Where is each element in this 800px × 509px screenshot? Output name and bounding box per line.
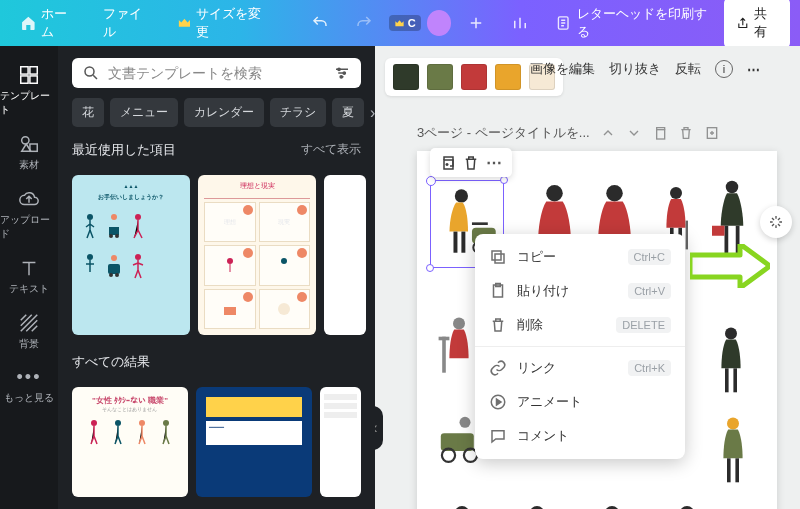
redo-icon bbox=[355, 14, 373, 32]
swatch-4[interactable] bbox=[495, 64, 521, 90]
illustration-person[interactable] bbox=[709, 411, 757, 496]
rail-elements[interactable]: 素材 bbox=[0, 125, 58, 180]
animate-icon bbox=[489, 393, 507, 411]
page-title-label[interactable]: 3ページ - ページタイトルを... bbox=[417, 124, 590, 142]
background-icon bbox=[18, 312, 40, 334]
more-options-button[interactable]: ⋯ bbox=[747, 62, 762, 77]
arrow-annotation bbox=[690, 244, 770, 288]
resize-button[interactable]: サイズを変更 bbox=[167, 0, 278, 47]
illustration-person[interactable] bbox=[662, 501, 712, 509]
add-page-icon[interactable] bbox=[704, 125, 720, 141]
duplicate-page-icon[interactable] bbox=[652, 125, 668, 141]
chip-row: 花 メニュー カレンダー チラシ 夏 › bbox=[72, 98, 361, 127]
print-letterhead-button[interactable]: レターヘッドを印刷する bbox=[545, 0, 718, 47]
plus-icon bbox=[467, 14, 485, 32]
delete-icon bbox=[489, 316, 507, 334]
svg-rect-49 bbox=[439, 337, 450, 341]
svg-point-39 bbox=[670, 187, 682, 199]
svg-point-30 bbox=[163, 420, 169, 426]
trash-icon[interactable] bbox=[462, 154, 480, 172]
edit-image-button[interactable]: 画像を編集 bbox=[530, 60, 595, 78]
context-menu: コピー Ctrl+C 貼り付け Ctrl+V 削除 DELETE リンク Ctr… bbox=[475, 234, 685, 459]
ctx-delete[interactable]: 削除 DELETE bbox=[475, 308, 685, 342]
chart-icon bbox=[511, 14, 529, 32]
template-thumb-6[interactable] bbox=[320, 387, 361, 497]
svg-rect-13 bbox=[109, 227, 119, 235]
illustration-person[interactable] bbox=[512, 501, 562, 509]
svg-point-7 bbox=[85, 67, 94, 76]
duplicate-icon[interactable] bbox=[438, 154, 456, 172]
illustration-person[interactable] bbox=[587, 501, 637, 509]
svg-rect-42 bbox=[686, 221, 688, 250]
panel-collapse-tab[interactable]: ‹ bbox=[375, 406, 383, 450]
chart-button[interactable] bbox=[501, 8, 539, 38]
avatar[interactable] bbox=[427, 10, 451, 36]
template-thumb-2[interactable]: 理想と現実 理想 現実 bbox=[198, 175, 316, 335]
template-thumb-3[interactable] bbox=[324, 175, 366, 335]
rail-text[interactable]: テキスト bbox=[0, 249, 58, 304]
chevron-up-icon[interactable] bbox=[600, 125, 616, 141]
svg-rect-66 bbox=[461, 232, 465, 253]
redo-button[interactable] bbox=[345, 8, 383, 38]
svg-rect-3 bbox=[21, 76, 28, 83]
add-button[interactable] bbox=[457, 8, 495, 38]
svg-point-12 bbox=[111, 214, 117, 220]
chip-flower[interactable]: 花 bbox=[72, 98, 104, 127]
rail-templates[interactable]: テンプレート bbox=[0, 56, 58, 125]
crop-button[interactable]: 切り抜き bbox=[609, 60, 661, 78]
chip-summer[interactable]: 夏 bbox=[332, 98, 364, 127]
ctx-link[interactable]: リンク Ctrl+K bbox=[475, 351, 685, 385]
template-thumb-4[interactable]: "女性 ﾀｸｼｰない 職業" そんなことはありません bbox=[72, 387, 188, 497]
more-icon[interactable]: ⋯ bbox=[486, 153, 504, 172]
filter-icon[interactable] bbox=[333, 64, 351, 82]
svg-point-14 bbox=[109, 234, 113, 238]
chip-flyer[interactable]: チラシ bbox=[270, 98, 326, 127]
svg-point-11 bbox=[87, 214, 93, 220]
info-icon[interactable]: i bbox=[715, 60, 733, 78]
chip-calendar[interactable]: カレンダー bbox=[184, 98, 264, 127]
search-icon bbox=[82, 64, 100, 82]
illustration-person[interactable] bbox=[437, 501, 487, 509]
rail-uploads[interactable]: アップロード bbox=[0, 180, 58, 249]
svg-point-17 bbox=[87, 254, 93, 260]
swatch-2[interactable] bbox=[427, 64, 453, 90]
svg-rect-2 bbox=[30, 67, 37, 74]
chip-menu[interactable]: メニュー bbox=[110, 98, 178, 127]
svg-point-27 bbox=[91, 420, 97, 426]
svg-point-23 bbox=[227, 258, 233, 264]
rail-background[interactable]: 背景 bbox=[0, 304, 58, 359]
trash-icon[interactable] bbox=[678, 125, 694, 141]
chevron-down-icon[interactable] bbox=[626, 125, 642, 141]
search-input[interactable] bbox=[108, 65, 325, 81]
undo-button[interactable] bbox=[301, 8, 339, 38]
undo-icon bbox=[311, 14, 329, 32]
swatch-3[interactable] bbox=[461, 64, 487, 90]
rail-more[interactable]: ••• もっと見る bbox=[0, 359, 58, 413]
template-thumb-5[interactable]: ━━━━━ bbox=[196, 387, 312, 497]
svg-point-24 bbox=[281, 258, 287, 264]
illustration-person[interactable] bbox=[707, 321, 755, 406]
share-button[interactable]: 共有 bbox=[724, 0, 790, 48]
template-thumb-1[interactable]: ▲▲▲ お手伝いしましょうか？ bbox=[72, 175, 190, 335]
search-input-wrap[interactable] bbox=[72, 58, 361, 88]
flip-button[interactable]: 反転 bbox=[675, 60, 701, 78]
svg-rect-65 bbox=[453, 232, 457, 253]
swatch-1[interactable] bbox=[393, 64, 419, 90]
home-button[interactable]: ホーム bbox=[10, 0, 87, 47]
svg-rect-19 bbox=[108, 264, 120, 274]
ctx-paste[interactable]: 貼り付け Ctrl+V bbox=[475, 274, 685, 308]
elements-icon bbox=[18, 133, 40, 155]
svg-point-29 bbox=[139, 420, 145, 426]
svg-point-57 bbox=[727, 418, 739, 430]
paste-icon bbox=[489, 282, 507, 300]
regenerate-button[interactable] bbox=[760, 206, 792, 238]
floating-element-toolbar: ⋯ bbox=[430, 148, 512, 177]
svg-point-54 bbox=[725, 328, 737, 340]
ctx-animate[interactable]: アニメート bbox=[475, 385, 685, 419]
see-all-link[interactable]: すべて表示 bbox=[301, 141, 361, 159]
ctx-copy[interactable]: コピー Ctrl+C bbox=[475, 240, 685, 274]
svg-point-22 bbox=[135, 254, 141, 260]
ctx-comment[interactable]: コメント bbox=[475, 419, 685, 453]
file-button[interactable]: ファイル bbox=[93, 0, 161, 47]
comment-icon bbox=[489, 427, 507, 445]
